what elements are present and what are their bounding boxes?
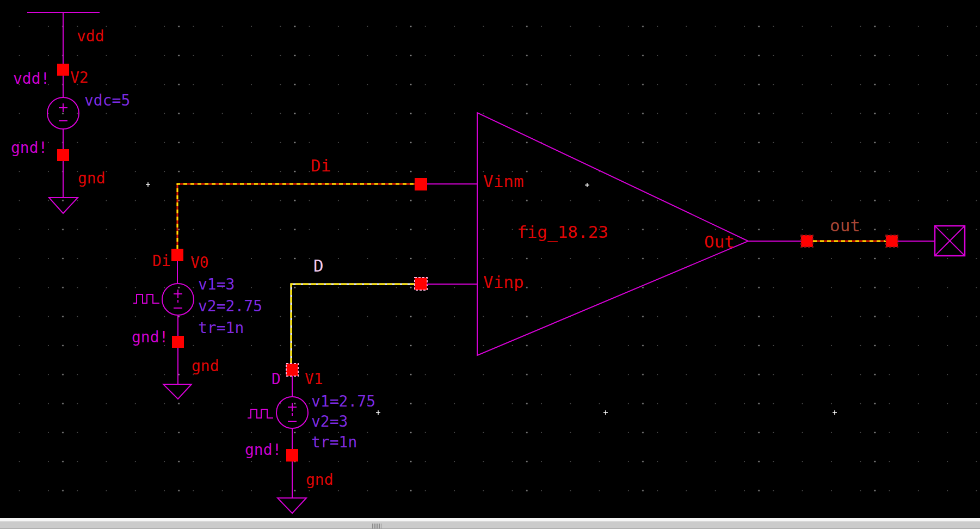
- v0-top-pin[interactable]: [171, 249, 183, 261]
- param-label-vdc[interactable]: vdc=5: [84, 93, 130, 108]
- schematic-canvas[interactable]: vdd vdd! V2 vdc=5 gnd! gnd Di Di V0 v1=3…: [0, 0, 980, 518]
- param-label-v1-tr[interactable]: tr=1n: [311, 435, 357, 450]
- net-label-vdd[interactable]: vdd: [77, 29, 104, 44]
- v0-square-wave-icon: [133, 294, 159, 303]
- grip-dots-icon[interactable]: [372, 524, 381, 528]
- vinm-connection-pin[interactable]: [415, 178, 427, 190]
- schematic-editor-window: vdd vdd! V2 vdc=5 gnd! gnd Di Di V0 v1=3…: [0, 0, 980, 529]
- global-net-label-gnd[interactable]: gnd!: [132, 330, 168, 345]
- global-net-label-vdd[interactable]: vdd!: [13, 71, 50, 87]
- di-wire-highlight[interactable]: [177, 184, 415, 249]
- instance-label-v1[interactable]: V1: [305, 372, 323, 387]
- instance-label-v0[interactable]: V0: [190, 255, 209, 270]
- v0-bottom-pin[interactable]: [172, 336, 184, 348]
- v1-ground-icon[interactable]: [278, 498, 306, 513]
- d-wire-highlight[interactable]: [291, 284, 415, 364]
- param-label-v0-v1[interactable]: v1=3: [198, 277, 235, 292]
- net-name-label-di[interactable]: Di: [311, 157, 331, 174]
- net-label-gnd[interactable]: gnd: [192, 359, 219, 374]
- di-net-wire[interactable]: [177, 184, 415, 249]
- v0-ground-icon[interactable]: [163, 384, 192, 399]
- v2-vdc-source-icon[interactable]: [47, 97, 79, 129]
- param-label-v1-v1[interactable]: v1=2.75: [311, 394, 375, 409]
- net-name-label-d[interactable]: D: [313, 257, 324, 274]
- instance-label-v2[interactable]: V2: [70, 70, 89, 85]
- output-port-icon[interactable]: [935, 226, 965, 256]
- pin-net-label-d[interactable]: D: [272, 372, 281, 387]
- net-label-gnd[interactable]: gnd: [78, 171, 106, 186]
- net-label-gnd[interactable]: gnd: [306, 472, 334, 488]
- param-label-v0-v2[interactable]: v2=2.75: [198, 299, 262, 314]
- out-pin-left[interactable]: [801, 235, 813, 247]
- v2-bottom-pin[interactable]: [57, 149, 69, 161]
- comparator-cell-label[interactable]: fig_18.23: [517, 224, 608, 241]
- comparator-pin-label-out[interactable]: Out: [704, 233, 735, 250]
- di-wire-base[interactable]: [177, 184, 415, 249]
- v0-source-symbol[interactable]: [133, 249, 194, 399]
- v1-square-wave-icon: [248, 409, 273, 418]
- horizontal-scrollbar[interactable]: [0, 518, 980, 529]
- comparator-pin-label-vinm[interactable]: Vinm: [483, 173, 524, 190]
- v1-vpulse-source-icon[interactable]: [276, 397, 308, 428]
- out-pin-right[interactable]: [886, 235, 898, 247]
- comparator-pin-label-vinp[interactable]: Vinp: [483, 274, 524, 291]
- v1-top-pin[interactable]: [286, 364, 298, 376]
- d-wire-base[interactable]: [291, 284, 415, 364]
- d-net-wire[interactable]: [291, 284, 415, 364]
- global-net-label-gnd[interactable]: gnd!: [245, 442, 281, 458]
- param-label-v0-tr[interactable]: tr=1n: [198, 321, 244, 336]
- v0-vpulse-source-icon[interactable]: [162, 284, 194, 315]
- pin-net-label-di[interactable]: Di: [152, 254, 171, 269]
- param-label-v1-v2[interactable]: v2=3: [311, 414, 348, 429]
- vinp-connection-pin[interactable]: [415, 278, 427, 290]
- schematic-graphics: [0, 0, 980, 518]
- v2-ground-icon[interactable]: [49, 198, 78, 213]
- v2-top-pin[interactable]: [57, 64, 69, 76]
- net-name-label-out[interactable]: out: [830, 217, 860, 234]
- v1-bottom-pin[interactable]: [286, 449, 298, 462]
- global-net-label-gnd[interactable]: gnd!: [11, 140, 47, 156]
